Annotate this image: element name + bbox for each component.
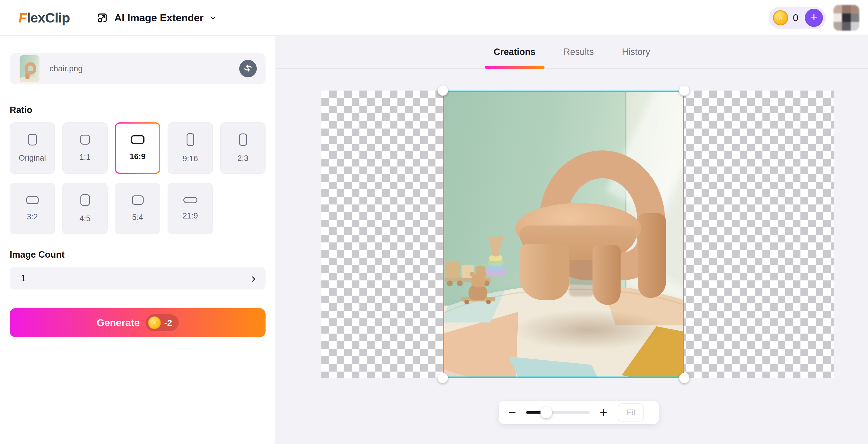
logo-text: lexClip [27,10,70,26]
toy-teddy-wheel [464,300,469,304]
logo-letter: F [18,10,28,26]
tab-label: Creations [494,47,535,57]
zoom-slider-thumb[interactable] [540,407,552,418]
flexclip-logo[interactable]: F lexClip [19,10,70,26]
avatar-pixel [834,22,842,30]
ratio-rect-icon [131,135,145,144]
avatar-pixel [851,22,859,30]
toy-teddy-head [471,274,486,287]
zoom-out-button[interactable]: − [508,406,516,419]
generate-cost-pill: ★ -2 [146,314,179,331]
image-extend-icon [96,11,109,25]
ratio-option-original[interactable]: Original [10,123,55,174]
ratio-option-21-9[interactable]: 21:9 [167,183,213,234]
uploaded-file-card: chair.png [10,53,266,84]
coin-star: ★ [151,319,158,327]
chevron-right-icon: › [251,274,256,282]
tool-title: AI Image Extender [114,12,204,24]
thumb-chair-arch [25,62,36,74]
avatar-pixel [851,13,859,22]
tabs-bar: Creations Results History [276,36,868,69]
tab-history[interactable]: History [622,36,650,68]
ratio-rect-icon [132,196,144,205]
image-count-select[interactable]: 1 › [10,267,266,289]
avatar-pixel [834,13,842,22]
ratio-rect-icon [28,134,37,145]
ai-image-extender-app: F lexClip AI Image Extender ★ [0,0,868,444]
main-area: Creations Results History [276,36,868,444]
avatar-pixel [842,22,850,30]
chair-back-leg [638,213,666,298]
thumb-rug [20,76,39,82]
ratio-option-16-9-selected[interactable]: 16:9 [115,123,160,174]
ratio-option-label: 21:9 [183,211,198,220]
ratio-grid: Original 1:1 16:9 9:16 2:3 3:2 [10,123,265,234]
zoom-slider[interactable] [526,411,590,414]
zoom-in-button[interactable]: + [600,406,608,419]
tab-label: History [622,47,650,57]
ratio-option-3-2[interactable]: 3:2 [10,183,55,234]
resize-handle-top-right[interactable] [679,86,690,96]
file-thumbnail [20,55,39,82]
resize-handle-bottom-left[interactable] [438,373,448,383]
ratio-option-label: 1:1 [80,153,91,162]
credits-pill[interactable]: ★ 0 + [769,7,826,29]
uploaded-image-preview[interactable] [443,91,684,378]
ratio-option-2-3[interactable]: 2:3 [220,123,266,174]
chair-right-leg [592,245,621,305]
swap-icon [243,63,253,74]
avatar-pixel [851,5,859,13]
ratio-section-label: Ratio [10,105,265,115]
tab-results[interactable]: Results [563,36,594,68]
ratio-rect-icon [26,196,39,204]
zoom-toolbar: − + Fit [499,401,659,424]
image-count-label: Image Count [10,249,265,260]
ratio-option-label: 4:5 [80,214,91,223]
header-right: ★ 0 + [769,5,859,31]
ratio-option-label: 9:16 [183,154,198,163]
chair-front-leg [519,244,569,300]
credits-count: 0 [793,12,800,23]
ratio-rect-icon [239,134,247,146]
ratio-option-1-1[interactable]: 1:1 [62,123,107,174]
chevron-down-icon [209,14,217,22]
ratio-option-label: 2:3 [238,154,249,163]
coin-icon: ★ [148,316,161,329]
avatar[interactable] [834,5,859,31]
header: F lexClip AI Image Extender ★ [0,0,868,36]
sidebar: chair.png Ratio Original [0,36,275,444]
generate-label: Generate [96,317,140,328]
replace-image-button[interactable] [239,60,257,77]
ratio-rect-icon [187,133,194,146]
ratio-option-label: Original [19,153,46,163]
ratio-option-5-4[interactable]: 5:4 [115,183,160,234]
toy-teddy-wheel [486,300,491,304]
resize-handle-top-left[interactable] [438,86,448,96]
avatar-pixel [834,5,842,13]
toy-train-wheel [457,280,463,286]
ratio-rect-icon [81,194,90,206]
ratio-rect-icon [183,197,197,203]
add-credits-button[interactable]: + [805,9,823,27]
ratio-option-4-5[interactable]: 4:5 [62,183,107,234]
generate-button[interactable]: Generate ★ -2 [10,308,266,337]
ratio-option-9-16[interactable]: 9:16 [167,123,213,174]
resize-handle-bottom-right[interactable] [679,373,690,383]
avatar-pixel [842,13,850,22]
toy-train-cab [446,262,460,278]
ratio-option-label: 16:9 [129,152,145,161]
file-name: chair.png [50,64,83,73]
ratio-option-label: 5:4 [132,213,143,222]
coin-star: ★ [777,13,784,23]
chair-shadow [510,309,668,350]
image-count-value: 1 [21,273,26,284]
toy-train-wheel [447,280,453,286]
tab-creations[interactable]: Creations [494,36,535,68]
toy-stacker-head [490,237,502,249]
tool-switcher[interactable]: AI Image Extender [96,11,217,25]
ratio-rect-icon [80,135,90,145]
fit-button[interactable]: Fit [618,403,644,421]
coin-icon: ★ [773,10,788,25]
ratio-option-label: 3:2 [27,212,38,221]
generate-cost: -2 [164,318,172,328]
